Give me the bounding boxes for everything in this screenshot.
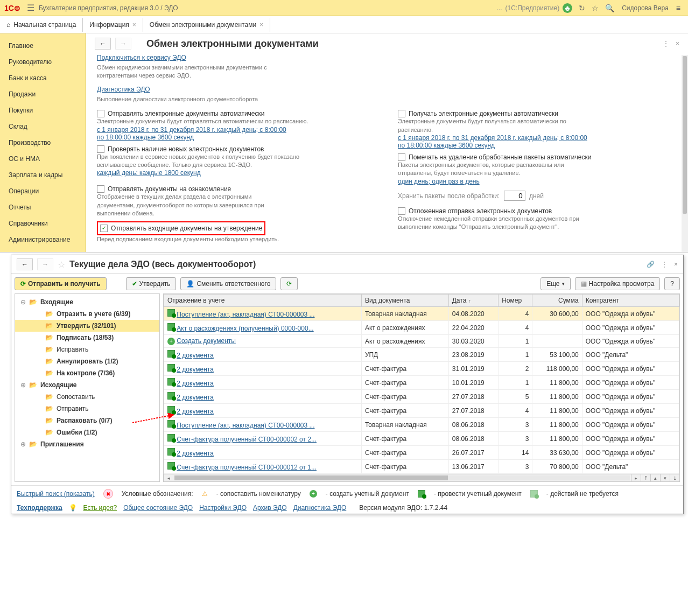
fwd-button[interactable]: → <box>115 38 131 50</box>
doc-link[interactable]: Поступление (акт, накладная) СТ00-000003… <box>177 311 314 318</box>
vertical-scrollbar[interactable] <box>682 55 688 252</box>
kebab-icon[interactable]: ⋮ <box>661 261 668 268</box>
close-icon[interactable]: × <box>132 21 136 29</box>
doc-link[interactable]: Поступление (акт, накладная) СТ00-000003… <box>177 422 314 429</box>
tab-edo[interactable]: Обмен электронными документами × <box>143 18 270 32</box>
sidebar-item[interactable]: Производство <box>0 135 86 151</box>
sidebar-item[interactable]: Склад <box>0 118 86 135</box>
tree-item[interactable]: 📂Утвердить (32/101) <box>15 320 159 332</box>
doc-link[interactable]: Счет-фактура полученный СТ00-000002 от 2… <box>177 436 317 443</box>
close-icon[interactable]: × <box>674 261 678 268</box>
checkbox[interactable] <box>398 153 405 161</box>
table-row[interactable]: 2 документаСчет-фактура27.07.2018411 800… <box>164 404 679 418</box>
fwd-button[interactable]: → <box>37 258 53 270</box>
scroll-bottom-icon[interactable]: ⤓ <box>670 474 679 481</box>
kebab-icon[interactable]: ⋮ <box>663 40 669 47</box>
doc-link[interactable]: 2 документа <box>177 380 214 387</box>
tree-item[interactable]: 📂На контроле (7/36) <box>15 367 159 379</box>
sidebar-item[interactable]: Справочники <box>0 215 86 232</box>
tree-item[interactable]: 📂Ошибки (1/2) <box>15 426 159 438</box>
sidebar-item[interactable]: Отчеты <box>0 199 86 215</box>
doc-link[interactable]: Счет-фактура полученный СТ00-000012 от 1… <box>177 464 317 471</box>
support-link[interactable]: Техподдержка <box>17 504 62 512</box>
table-row[interactable]: 2 документаСчет-фактура31.01.20192118 00… <box>164 362 679 376</box>
refresh-button[interactable]: ⟳ <box>280 277 298 290</box>
schedule-link[interactable]: один день; один раз в день <box>398 178 677 185</box>
tree-item[interactable]: ⊕📂Исходящие <box>15 379 159 391</box>
link-state[interactable]: Общее состояние ЭДО <box>123 504 193 512</box>
schedule-link[interactable]: с 1 января 2018 г. по 31 декабря 2018 г.… <box>97 126 291 141</box>
table-row[interactable]: 2 документаУПД23.08.2019153 100,00ООО "Д… <box>164 348 679 362</box>
tree-item[interactable]: 📂Отправить <box>15 403 159 415</box>
notify-icon[interactable]: ♣ <box>563 3 572 13</box>
sidebar-item[interactable]: Руководителю <box>0 54 86 70</box>
change-resp-button[interactable]: 👤Сменить ответственного <box>180 277 276 290</box>
table-row[interactable]: 2 документаСчет-фактура10.01.2019111 800… <box>164 376 679 390</box>
doc-link[interactable]: 2 документа <box>177 366 214 373</box>
view-settings-button[interactable]: ▦ Настройка просмотра <box>575 277 661 290</box>
tab-info[interactable]: Информация × <box>83 18 143 32</box>
sidebar-item[interactable]: Покупки <box>0 102 86 118</box>
checkbox[interactable] <box>97 185 104 193</box>
quick-search-link[interactable]: Быстрый поиск (показать) <box>17 490 95 498</box>
checkbox[interactable] <box>398 110 405 117</box>
store-days-input[interactable] <box>504 191 525 201</box>
scroll-down-icon[interactable]: ▾ <box>660 474 670 481</box>
checkbox[interactable] <box>398 207 405 215</box>
sidebar-item[interactable]: Зарплата и кадры <box>0 167 86 183</box>
sidebar-item[interactable]: Продажи <box>0 86 86 102</box>
close-icon[interactable]: × <box>259 21 263 29</box>
tree-item[interactable]: 📂Сопоставить <box>15 391 159 403</box>
doc-link[interactable]: Акт о расхождениях (полученный) 0000-000… <box>177 325 313 332</box>
star-icon[interactable]: ☆ <box>58 260 65 270</box>
link-connect-edo[interactable]: Подключиться к сервису ЭДО <box>97 54 677 61</box>
link-icon[interactable]: 🔗 <box>647 261 655 268</box>
send-receive-button[interactable]: ⟳Отправить и получить <box>15 277 107 290</box>
checkbox[interactable] <box>97 145 104 153</box>
scroll-up-icon[interactable]: ▴ <box>650 474 660 481</box>
sidebar-item[interactable]: Администрирование <box>0 232 86 248</box>
idea-link[interactable]: Есть идея? <box>83 504 117 512</box>
link-diag-edo[interactable]: Диагностика ЭДО <box>97 86 677 93</box>
settings-lines-icon[interactable]: ≡ <box>676 4 680 12</box>
checkbox[interactable] <box>97 110 104 117</box>
tree-item[interactable]: 📂Отразить в учете (6/39) <box>15 308 159 320</box>
sidebar-item[interactable]: ОС и НМА <box>0 151 86 167</box>
search-icon[interactable]: 🔍 <box>605 4 614 12</box>
tree-item[interactable]: 📂Аннулировать (1/2) <box>15 355 159 367</box>
doc-link[interactable]: 2 документа <box>177 450 214 457</box>
doc-link[interactable]: 2 документа <box>177 394 214 401</box>
link-archive[interactable]: Архив ЭДО <box>253 504 287 512</box>
doc-link[interactable]: Создать документы <box>177 337 236 345</box>
table-row[interactable]: Счет-фактура полученный СТ00-000012 от 1… <box>164 460 679 474</box>
help-button[interactable]: ? <box>664 277 680 290</box>
tab-home[interactable]: ⌂ Начальная страница <box>0 18 83 32</box>
table-row[interactable]: Счет-фактура полученный СТ00-000002 от 2… <box>164 432 679 446</box>
table-row[interactable]: Акт о расхождениях (полученный) 0000-000… <box>164 321 679 335</box>
col-date[interactable]: Дата↑ <box>448 295 498 307</box>
back-button[interactable]: ← <box>17 258 33 270</box>
tree-item[interactable]: ⊕📂Приглашения <box>15 438 159 450</box>
clear-icon[interactable]: ✖ <box>103 489 113 499</box>
table-row[interactable]: 2 документаСчет-фактура26.07.20171433 63… <box>164 446 679 460</box>
approve-button[interactable]: ✔Утвердить <box>126 277 177 290</box>
tree-item[interactable]: 📂Исправить <box>15 344 159 355</box>
table-row[interactable]: Поступление (акт, накладная) СТ00-000003… <box>164 418 679 432</box>
link-settings[interactable]: Настройки ЭДО <box>199 504 247 512</box>
link-diag[interactable]: Диагностика ЭДО <box>293 504 347 512</box>
tree-item[interactable]: ⊖📂Входящие <box>15 296 159 308</box>
col-number[interactable]: Номер <box>499 295 532 307</box>
horizontal-scrollbar[interactable]: ◂▸ ⤒ ▴ ▾ ⤓ <box>164 474 679 481</box>
close-icon[interactable]: × <box>676 40 679 47</box>
checkbox[interactable]: ✓ <box>100 225 108 232</box>
scroll-top-icon[interactable]: ⤒ <box>641 474 650 481</box>
col-org[interactable]: Контрагент <box>582 295 679 307</box>
col-kind[interactable]: Вид документа <box>361 295 448 307</box>
sidebar-item[interactable]: Операции <box>0 183 86 199</box>
tree-item[interactable]: 📂Подписать (18/53) <box>15 332 159 344</box>
sidebar-item[interactable]: Банк и касса <box>0 70 86 86</box>
sidebar-item[interactable]: Главное <box>0 38 86 54</box>
history-icon[interactable]: ↻ <box>579 4 585 12</box>
table-row[interactable]: Поступление (акт, накладная) СТ00-000003… <box>164 307 679 321</box>
menu-icon[interactable]: ☰ <box>27 3 34 13</box>
